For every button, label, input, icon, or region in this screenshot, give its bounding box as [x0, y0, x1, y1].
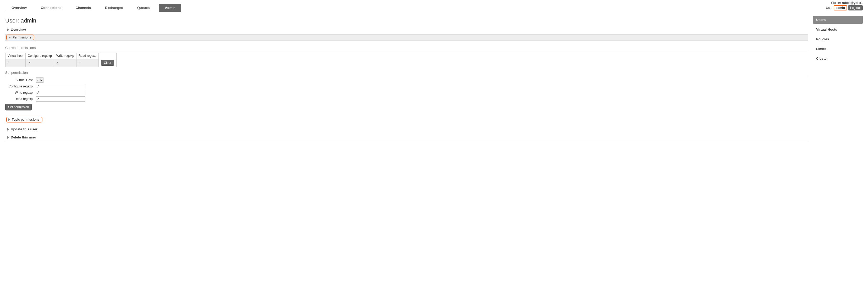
main-tabs: Overview Connections Channels Exchanges … — [5, 4, 863, 12]
col-write: Write regexp — [54, 53, 76, 59]
set-permission-button[interactable]: Set permission — [5, 104, 32, 110]
section-topic-permissions: Topic permissions — [5, 117, 808, 123]
cluster-label: Cluster — [831, 1, 841, 5]
read-input[interactable] — [36, 96, 85, 102]
section-update-user: Update this user — [5, 126, 808, 132]
chevron-right-icon — [7, 128, 9, 131]
main-content: User: admin Overview Permissions Current… — [5, 16, 808, 144]
section-topic-permissions-label: Topic permissions — [12, 118, 39, 122]
section-update-user-label: Update this user — [11, 127, 37, 131]
write-label: Write regexp: — [5, 91, 36, 95]
section-overview: Overview — [5, 27, 808, 33]
logout-button[interactable]: Log out — [848, 5, 863, 10]
sidebar-item-policies[interactable]: Policies — [813, 35, 863, 43]
section-delete-user-label: Delete this user — [11, 135, 36, 139]
section-topic-permissions-header[interactable]: Topic permissions — [6, 117, 42, 123]
set-permission-heading: Set permission — [5, 71, 808, 76]
tab-exchanges[interactable]: Exchanges — [100, 4, 128, 12]
tab-channels[interactable]: Channels — [71, 4, 96, 12]
chevron-right-icon — [7, 136, 9, 139]
cluster-name: rabbit@ybl-c1 — [842, 1, 863, 5]
col-actions — [99, 53, 117, 59]
tab-admin[interactable]: Admin — [159, 4, 181, 12]
cell-read: .* — [76, 59, 99, 67]
current-user-link[interactable]: admin — [834, 5, 847, 10]
header-user-area: Cluster rabbit@ybl-c1 User admin Log out — [826, 1, 863, 10]
sidebar-item-vhosts[interactable]: Virtual Hosts — [813, 25, 863, 34]
section-delete-user-header[interactable]: Delete this user — [7, 134, 808, 140]
footer-divider — [5, 142, 808, 142]
vhost-select[interactable]: / — [36, 77, 43, 83]
cell-write: .* — [54, 59, 76, 67]
sidebar-item-limits[interactable]: Limits — [813, 45, 863, 53]
table-row: / .* .* .* Clear — [5, 59, 117, 67]
chevron-right-icon — [8, 118, 10, 121]
configure-label: Configure regexp: — [5, 85, 36, 88]
col-vhost: Virtual host — [5, 53, 26, 59]
current-permissions-heading: Current permissions — [5, 46, 808, 51]
configure-input[interactable] — [36, 84, 85, 89]
admin-sidebar: Users Virtual Hosts Policies Limits Clus… — [813, 16, 863, 144]
col-read: Read regexp — [76, 53, 99, 59]
page-title: User: admin — [5, 17, 808, 24]
sidebar-item-cluster[interactable]: Cluster — [813, 55, 863, 63]
section-delete-user: Delete this user — [5, 134, 808, 140]
tab-queues[interactable]: Queues — [132, 4, 155, 12]
section-permissions-header[interactable]: Permissions — [6, 35, 34, 40]
tab-connections[interactable]: Connections — [36, 4, 66, 12]
vhost-label: Virtual Host: — [5, 78, 36, 82]
write-input[interactable] — [36, 90, 85, 95]
clear-permission-button[interactable]: Clear — [101, 60, 114, 66]
chevron-down-icon — [8, 37, 11, 38]
table-header-row: Virtual host Configure regexp Write rege… — [5, 53, 117, 59]
section-permissions: Permissions Current permissions Virtual … — [5, 34, 808, 113]
sidebar-item-users[interactable]: Users — [813, 16, 863, 24]
section-overview-header[interactable]: Overview — [7, 27, 808, 33]
cell-configure: .* — [25, 59, 54, 67]
section-permissions-label: Permissions — [12, 36, 31, 39]
section-update-user-header[interactable]: Update this user — [7, 126, 808, 132]
chevron-right-icon — [7, 29, 9, 31]
section-overview-label: Overview — [11, 28, 26, 32]
cell-vhost: / — [5, 59, 26, 67]
col-configure: Configure regexp — [25, 53, 54, 59]
read-label: Read regexp: — [5, 97, 36, 101]
permissions-table: Virtual host Configure regexp Write rege… — [5, 53, 117, 67]
tab-overview[interactable]: Overview — [7, 4, 31, 12]
user-label: User — [826, 6, 832, 10]
